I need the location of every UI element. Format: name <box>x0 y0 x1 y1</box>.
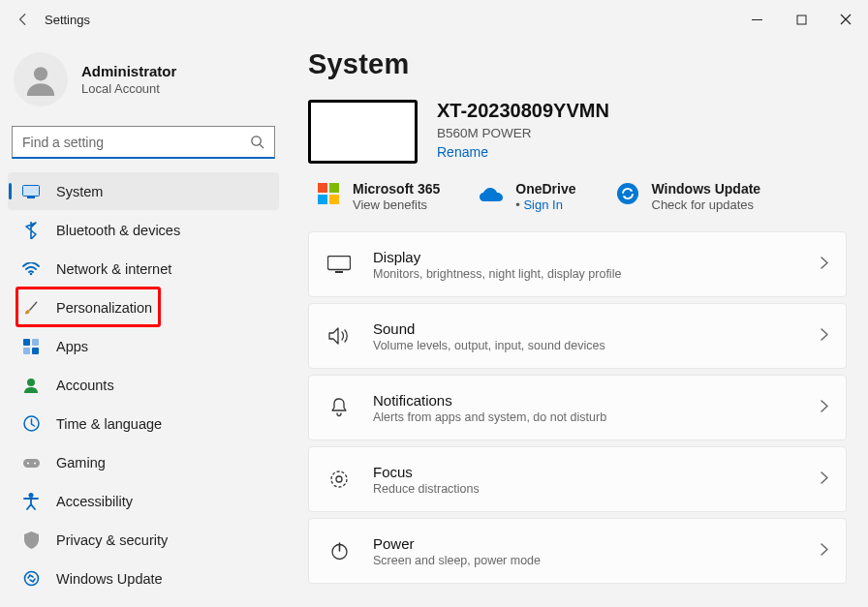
svg-rect-6 <box>27 197 35 198</box>
service-update[interactable]: Windows Update Check for updates <box>615 181 761 212</box>
accessibility-icon <box>21 492 41 511</box>
svg-rect-10 <box>23 348 30 354</box>
service-onedrive[interactable]: OneDrive Sign In <box>479 181 575 212</box>
titlebar: Settings <box>0 0 868 39</box>
sidebar-item-label: System <box>56 184 103 199</box>
svg-point-3 <box>252 137 261 145</box>
sidebar-item-time[interactable]: Time & language <box>8 405 279 442</box>
sidebar-item-privacy[interactable]: Privacy & security <box>8 521 279 559</box>
sidebar: Administrator Local Account System Bluet… <box>0 39 287 607</box>
main-content: System XT-20230809YVMN B560M POWER Renam… <box>287 39 868 607</box>
card-title: Sound <box>373 320 605 337</box>
user-subtitle: Local Account <box>81 81 176 96</box>
svg-point-7 <box>30 272 33 275</box>
sidebar-item-accounts[interactable]: Accounts <box>8 366 279 404</box>
svg-rect-19 <box>318 183 327 193</box>
device-model: B560M POWER <box>437 126 609 140</box>
svg-line-4 <box>260 144 264 148</box>
card-display[interactable]: Display Monitors, brightness, night ligh… <box>308 231 847 297</box>
service-m365[interactable]: Microsoft 365 View benefits <box>316 181 440 212</box>
card-title: Power <box>373 535 541 552</box>
service-link[interactable]: Sign In <box>515 197 575 212</box>
apps-icon <box>21 337 41 356</box>
sidebar-item-personalization[interactable]: Personalization <box>8 288 279 326</box>
card-power[interactable]: Power Screen and sleep, power mode <box>308 518 847 584</box>
gaming-icon <box>21 453 41 472</box>
paintbrush-icon <box>21 298 41 318</box>
card-notifications[interactable]: Notifications Alerts from apps and syste… <box>308 375 847 440</box>
settings-cards: Display Monitors, brightness, night ligh… <box>308 231 847 584</box>
clock-icon <box>21 414 41 434</box>
chevron-right-icon <box>821 471 828 487</box>
card-sub: Screen and sleep, power mode <box>373 554 541 567</box>
svg-rect-1 <box>797 15 806 24</box>
sidebar-item-network[interactable]: Network & internet <box>8 250 279 288</box>
search-icon <box>250 135 264 149</box>
card-sub: Alerts from apps and system, do not dist… <box>373 410 606 424</box>
chevron-right-icon <box>821 328 828 344</box>
shield-icon <box>21 531 41 550</box>
card-title: Display <box>373 249 621 265</box>
wifi-icon <box>21 259 41 279</box>
sound-icon <box>326 323 352 349</box>
svg-rect-21 <box>318 195 327 204</box>
sidebar-item-label: Apps <box>56 339 88 354</box>
card-sub: Volume levels, output, input, sound devi… <box>373 339 605 352</box>
chevron-right-icon <box>821 257 828 272</box>
svg-point-26 <box>331 471 347 487</box>
chevron-right-icon <box>821 543 828 559</box>
sidebar-item-apps[interactable]: Apps <box>8 327 279 365</box>
minimize-button[interactable] <box>734 0 779 39</box>
svg-rect-22 <box>329 195 339 204</box>
rename-link[interactable]: Rename <box>437 144 609 160</box>
sidebar-item-update[interactable]: Windows Update <box>8 560 279 597</box>
avatar <box>14 52 68 106</box>
svg-point-2 <box>34 67 47 80</box>
svg-rect-20 <box>329 183 339 193</box>
focus-icon <box>326 467 352 492</box>
service-sub: Check for updates <box>652 197 761 212</box>
svg-point-12 <box>27 379 35 386</box>
card-focus[interactable]: Focus Reduce distractions <box>308 446 847 512</box>
maximize-button[interactable] <box>779 0 823 39</box>
svg-rect-14 <box>23 459 40 468</box>
sidebar-item-label: Accounts <box>56 378 114 393</box>
svg-rect-24 <box>328 257 351 270</box>
device-thumbnail <box>308 100 418 164</box>
sidebar-item-bluetooth[interactable]: Bluetooth & devices <box>8 211 279 249</box>
back-button[interactable] <box>14 10 33 29</box>
svg-point-17 <box>29 493 34 498</box>
card-sound[interactable]: Sound Volume levels, output, input, soun… <box>308 303 847 369</box>
close-button[interactable] <box>823 0 868 39</box>
page-title: System <box>308 48 847 80</box>
card-title: Notifications <box>373 392 606 409</box>
user-name: Administrator <box>81 63 176 79</box>
sidebar-item-label: Network & internet <box>56 261 171 277</box>
nav: System Bluetooth & devices Network & int… <box>8 172 279 597</box>
sidebar-item-system[interactable]: System <box>8 172 279 210</box>
svg-rect-25 <box>335 271 343 273</box>
sidebar-item-accessibility[interactable]: Accessibility <box>8 482 279 520</box>
search-box[interactable] <box>12 126 275 159</box>
service-title: Windows Update <box>652 181 761 197</box>
chevron-right-icon <box>821 400 828 415</box>
svg-rect-11 <box>32 348 39 354</box>
window-controls <box>734 0 868 39</box>
service-sub: View benefits <box>353 197 440 212</box>
search-input[interactable] <box>22 135 250 150</box>
svg-point-23 <box>617 183 638 204</box>
window-title: Settings <box>45 13 90 27</box>
bluetooth-icon <box>21 221 41 240</box>
card-sub: Monitors, brightness, night light, displ… <box>373 267 621 281</box>
user-profile[interactable]: Administrator Local Account <box>8 46 279 122</box>
sidebar-item-label: Privacy & security <box>56 532 168 548</box>
system-icon <box>21 182 41 201</box>
sidebar-item-label: Time & language <box>56 416 162 432</box>
update-icon <box>21 569 41 589</box>
sidebar-item-label: Bluetooth & devices <box>56 223 180 238</box>
card-title: Focus <box>373 464 480 480</box>
service-title: Microsoft 365 <box>353 181 440 197</box>
sidebar-item-gaming[interactable]: Gaming <box>8 443 279 481</box>
power-icon <box>326 538 352 563</box>
svg-rect-8 <box>23 339 30 346</box>
